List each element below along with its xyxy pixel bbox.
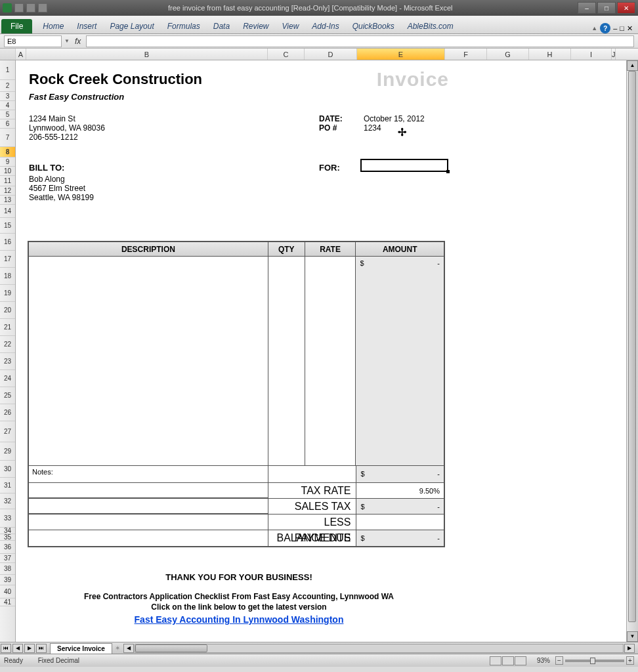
worksheet[interactable]: Rock Creek Construction Invoice Fast Eas… (16, 60, 626, 642)
row-header-2[interactable]: 2 (0, 80, 15, 92)
sheet-nav-next[interactable]: ▶ (24, 644, 35, 653)
new-sheet-icon[interactable]: ✶ (115, 644, 120, 652)
col-header-e[interactable]: E (357, 49, 445, 60)
view-layout-icon[interactable] (502, 656, 514, 665)
vertical-scrollbar[interactable]: ▲ ▼ (626, 60, 638, 642)
hscroll-right-icon[interactable]: ▶ (624, 644, 635, 653)
tab-view[interactable]: View (276, 19, 306, 33)
sheet-tab-active[interactable]: Service Invoice (50, 643, 112, 654)
row-header-23[interactable]: 23 (0, 353, 15, 370)
row-header-37[interactable]: 37 (0, 554, 15, 563)
row-header-21[interactable]: 21 (0, 319, 15, 336)
tab-formulas[interactable]: Formulas (161, 19, 207, 33)
file-tab[interactable]: File (1, 19, 32, 33)
row-header-29[interactable]: 29 (0, 442, 15, 461)
col-qty-body[interactable] (268, 257, 305, 465)
notes-area-3[interactable] (29, 514, 268, 530)
zoom-in-button[interactable]: + (626, 656, 634, 665)
row-header-10[interactable]: 10 (0, 167, 15, 176)
row-header-36[interactable]: 36 (0, 541, 15, 554)
row-header-13[interactable]: 13 (0, 196, 15, 205)
qat-undo-icon[interactable] (26, 3, 35, 12)
tab-ablebits[interactable]: AbleBits.com (401, 19, 460, 33)
col-header-h[interactable]: H (529, 49, 571, 60)
notes-label[interactable]: Notes: (29, 466, 268, 482)
row-header-14[interactable]: 14 (0, 205, 15, 218)
row-header-27[interactable]: 27 (0, 421, 15, 442)
sheet-nav-first[interactable]: ⏮ (1, 644, 11, 653)
row-header-4[interactable]: 4 (0, 101, 15, 110)
row-header-18[interactable]: 18 (0, 268, 15, 285)
taxrate-value[interactable]: 9.50% (356, 483, 444, 498)
row-header-31[interactable]: 31 (0, 478, 15, 494)
row-header-1[interactable]: 1 (0, 60, 15, 80)
row-header-11[interactable]: 11 (0, 176, 15, 186)
tab-addins[interactable]: Add-Ins (305, 19, 345, 33)
view-break-icon[interactable] (515, 656, 526, 665)
doc-minimize-icon[interactable]: – (613, 24, 617, 32)
tab-quickbooks[interactable]: QuickBooks (346, 19, 401, 33)
notes-area-1[interactable] (29, 483, 268, 498)
col-header-a[interactable]: A (16, 49, 26, 60)
tab-data[interactable]: Data (207, 19, 236, 33)
select-all-cell[interactable] (0, 49, 16, 60)
qat-redo-icon[interactable] (38, 3, 47, 12)
ribbon-collapse-icon[interactable]: ▲ (591, 25, 597, 32)
row-header-22[interactable]: 22 (0, 336, 15, 353)
row-header-3[interactable]: 3 (0, 92, 15, 101)
zoom-slider[interactable] (565, 660, 624, 662)
tab-review[interactable]: Review (236, 19, 275, 33)
sheet-nav-last[interactable]: ⏭ (36, 644, 47, 653)
zoom-out-button[interactable]: − (555, 656, 563, 665)
view-normal-icon[interactable] (490, 656, 501, 665)
col-header-j[interactable]: J (612, 49, 616, 60)
row-header-7[interactable]: 7 (0, 129, 15, 147)
hscroll-thumb[interactable] (135, 644, 207, 652)
zoom-thumb[interactable] (590, 658, 595, 664)
maximize-button[interactable]: □ (597, 2, 616, 14)
row-header-12[interactable]: 12 (0, 186, 15, 196)
row-header-25[interactable]: 25 (0, 387, 15, 404)
col-header-f[interactable]: F (445, 49, 487, 60)
row-header-16[interactable]: 16 (0, 234, 15, 251)
help-icon[interactable]: ? (600, 23, 610, 33)
name-box[interactable]: E8 (4, 35, 62, 47)
col-header-i[interactable]: I (571, 49, 612, 60)
doc-restore-icon[interactable]: □ (620, 24, 624, 32)
sheet-nav-prev[interactable]: ◀ (12, 644, 23, 653)
row-header-35[interactable]: 35 (0, 534, 15, 541)
col-amount-body[interactable]: $ - (356, 257, 444, 465)
fill-handle[interactable] (446, 170, 450, 173)
tab-page-layout[interactable]: Page Layout (103, 19, 160, 33)
col-header-d[interactable]: D (305, 49, 357, 60)
row-header-5[interactable]: 5 (0, 110, 15, 119)
hscroll-left-icon[interactable]: ◀ (123, 644, 134, 653)
row-header-9[interactable]: 9 (0, 158, 15, 167)
row-header-15[interactable]: 15 (0, 218, 15, 234)
row-header-24[interactable]: 24 (0, 370, 15, 387)
qat-save-icon[interactable] (14, 3, 24, 12)
accounting-link[interactable]: Fast Easy Accounting In Lynnwood Washing… (135, 614, 344, 625)
col-header-b[interactable]: B (26, 49, 268, 60)
row-header-30[interactable]: 30 (0, 461, 15, 478)
col-rate-body[interactable] (305, 257, 356, 465)
scroll-up-icon[interactable]: ▲ (627, 60, 638, 71)
formula-input[interactable] (86, 35, 634, 47)
row-header-8[interactable]: 8 (0, 147, 15, 158)
close-button[interactable]: ✕ (617, 2, 635, 14)
notes-area-2[interactable] (29, 499, 268, 514)
row-header-39[interactable]: 39 (0, 575, 15, 585)
col-header-g[interactable]: G (487, 49, 529, 60)
col-desc-body[interactable] (29, 257, 268, 465)
fx-icon[interactable]: fx (72, 37, 83, 46)
row-header-17[interactable]: 17 (0, 251, 15, 268)
row-header-20[interactable]: 20 (0, 302, 15, 319)
horizontal-scrollbar[interactable]: ◀ ▶ (123, 644, 635, 653)
zoom-value[interactable]: 93% (537, 657, 550, 664)
tab-home[interactable]: Home (36, 19, 70, 33)
scroll-down-icon[interactable]: ▼ (627, 631, 638, 642)
row-header-40[interactable]: 40 (0, 585, 15, 598)
row-header-6[interactable]: 6 (0, 119, 15, 129)
row-header-38[interactable]: 38 (0, 563, 15, 575)
doc-close-icon[interactable]: ✕ (627, 24, 633, 33)
